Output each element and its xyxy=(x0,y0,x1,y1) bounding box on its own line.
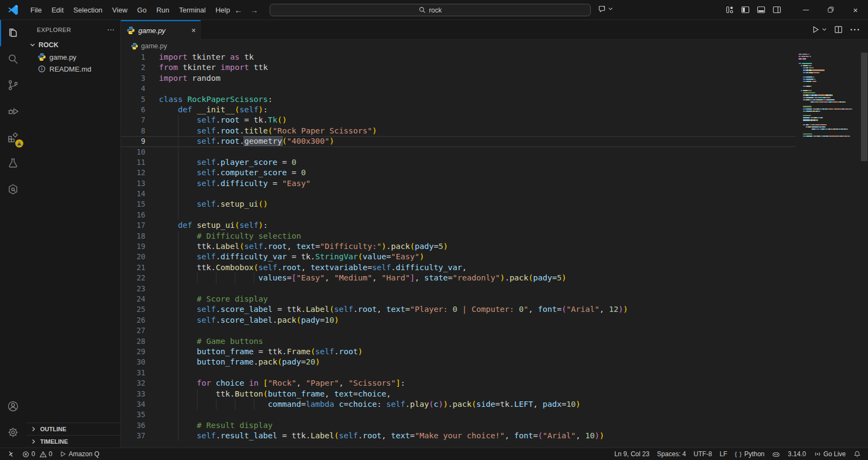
code-text: self.root = tk.Tk() xyxy=(159,115,860,125)
code-line-31[interactable]: 31 xyxy=(121,368,860,378)
source-control-icon[interactable] xyxy=(0,72,26,98)
code-line-13[interactable]: 13 self.difficulty = "Easy" xyxy=(121,178,860,189)
minimize-button[interactable] xyxy=(793,0,818,20)
encoding[interactable]: UTF-8 xyxy=(690,448,716,460)
cursor-position[interactable]: Ln 9, Col 23 xyxy=(610,448,653,460)
code-line-30[interactable]: 30 button_frame.pack(pady=20) xyxy=(121,357,860,367)
menu-run[interactable]: Run xyxy=(151,4,174,16)
code-line-19[interactable]: 19 ttk.Label(self.root, text="Difficulty… xyxy=(121,241,860,252)
problems-indicator[interactable]: 0 0 xyxy=(18,448,56,460)
code-line-26[interactable]: 26 self.score_label.pack(pady=10) xyxy=(121,315,860,325)
close-button[interactable]: × xyxy=(843,0,868,20)
code-line-8[interactable]: 8 self.root.title("Rock Paper Scissors") xyxy=(121,126,860,136)
code-line-16[interactable]: 16 xyxy=(121,210,860,220)
scrollbar-thumb[interactable] xyxy=(861,53,867,161)
menu-file[interactable]: File xyxy=(25,4,47,16)
indentation[interactable]: Spaces: 4 xyxy=(653,448,690,460)
menu-terminal[interactable]: Terminal xyxy=(174,4,210,16)
remote-indicator[interactable] xyxy=(3,448,18,460)
code-line-22[interactable]: 22 values=["Easy", "Medium", "Hard"], st… xyxy=(121,273,860,283)
file-item-README.md[interactable]: README.md xyxy=(26,63,120,75)
code-line-15[interactable]: 15 self.setup_ui() xyxy=(121,199,860,209)
menu-edit[interactable]: Edit xyxy=(47,4,68,16)
amazon-q-icon[interactable] xyxy=(0,176,26,202)
line-number: 15 xyxy=(121,199,145,209)
toggle-secondary-sidebar-icon[interactable] xyxy=(773,5,781,14)
notifications-bell[interactable] xyxy=(850,448,865,460)
extensions-icon[interactable] xyxy=(0,124,26,150)
menu-go[interactable]: Go xyxy=(132,4,151,16)
toggle-panel-icon[interactable] xyxy=(757,5,765,14)
code-line-4[interactable]: 4 xyxy=(121,84,860,94)
code-line-2[interactable]: 2from tkinter import ttk xyxy=(121,62,860,73)
tab-game-py[interactable]: game.py × xyxy=(121,20,201,40)
code-line-1[interactable]: 1import tkinter as tk xyxy=(121,52,860,62)
run-python-file-button[interactable] xyxy=(812,25,827,34)
back-arrow-icon[interactable]: ← xyxy=(234,5,242,15)
code-editor[interactable]: 1import tkinter as tk2from tkinter impor… xyxy=(121,52,868,448)
explorer-more-actions[interactable]: ··· xyxy=(107,27,115,33)
customize-layout-icon[interactable] xyxy=(725,5,734,14)
copilot-status[interactable] xyxy=(768,448,784,460)
code-line-14[interactable]: 14 xyxy=(121,189,860,199)
testing-icon[interactable] xyxy=(0,150,26,176)
editor-scrollbar[interactable] xyxy=(860,52,868,448)
go-live[interactable]: Go Live xyxy=(810,448,850,460)
code-line-17[interactable]: 17 def setup_ui(self): xyxy=(121,220,860,231)
code-line-9[interactable]: 9 self.root.geometry("400x300") xyxy=(121,136,860,146)
search-icon[interactable] xyxy=(0,46,26,72)
code-line-36[interactable]: 36 # Result display xyxy=(121,420,860,431)
code-line-6[interactable]: 6 def __init__(self): xyxy=(121,105,860,115)
menu-help[interactable]: Help xyxy=(210,4,235,16)
code-line-20[interactable]: 20 self.difficulty_var = tk.StringVar(va… xyxy=(121,252,860,262)
forward-arrow-icon[interactable]: → xyxy=(250,5,258,15)
outline-section-header[interactable]: OUTLINE xyxy=(26,423,120,435)
breadcrumb[interactable]: game.py xyxy=(121,40,868,52)
code-line-5[interactable]: 5class RockPaperScissors: xyxy=(121,94,860,105)
code-line-32[interactable]: 32 for choice in ["Rock", "Paper", "Scis… xyxy=(121,378,860,388)
code-text: self.computer_score = 0 xyxy=(159,168,860,178)
folder-header-rock[interactable]: ROCK xyxy=(26,39,120,51)
restore-button[interactable] xyxy=(818,0,843,20)
explorer-icon[interactable] xyxy=(0,20,26,46)
eol-sequence[interactable]: LF xyxy=(716,448,731,460)
timeline-section-header[interactable]: TIMELINE xyxy=(26,435,120,448)
code-line-24[interactable]: 24 # Score display xyxy=(121,294,860,304)
indent-guide xyxy=(197,273,197,283)
code-line-27[interactable]: 27 xyxy=(121,325,860,336)
split-editor-icon[interactable] xyxy=(834,25,843,34)
copilot-menu[interactable] xyxy=(598,4,613,13)
code-line-35[interactable]: 35 xyxy=(121,410,860,420)
accounts-icon[interactable] xyxy=(0,393,26,419)
code-line-18[interactable]: 18 # Difficulty selection xyxy=(121,231,860,241)
code-line-33[interactable]: 33 ttk.Button(button_frame, text=choice, xyxy=(121,389,860,399)
toggle-primary-sidebar-icon[interactable] xyxy=(741,5,750,14)
code-line-11[interactable]: 11 self.player_score = 0 xyxy=(121,157,860,168)
code-line-28[interactable]: 28 # Game buttons xyxy=(121,336,860,347)
code-line-3[interactable]: 3import random xyxy=(121,73,860,84)
indent-guide xyxy=(178,315,178,325)
code-line-34[interactable]: 34 command=lambda c=choice: self.play(c)… xyxy=(121,399,860,410)
menu-selection[interactable]: Selection xyxy=(68,4,107,16)
code-line-12[interactable]: 12 self.computer_score = 0 xyxy=(121,168,860,178)
language-mode[interactable]: { } Python xyxy=(731,448,769,460)
run-and-debug-icon[interactable] xyxy=(0,98,26,124)
code-line-10[interactable]: 10 xyxy=(121,147,860,157)
code-line-21[interactable]: 21 ttk.Combobox(self.root, textvariable=… xyxy=(121,263,860,273)
code-text: button_frame.pack(pady=20) xyxy=(159,357,860,367)
python-version[interactable]: 3.14.0 xyxy=(784,448,809,460)
code-line-23[interactable]: 23 xyxy=(121,284,860,294)
code-line-37[interactable]: 37 self.result_label = ttk.Label(self.ro… xyxy=(121,431,860,441)
amazon-q-status[interactable]: Amazon Q xyxy=(56,448,103,460)
code-line-7[interactable]: 7 self.root = tk.Tk() xyxy=(121,115,860,125)
menu-view[interactable]: View xyxy=(107,4,132,16)
more-actions-icon[interactable]: ··· xyxy=(850,25,860,35)
command-center-search[interactable]: rock xyxy=(270,4,591,16)
settings-gear-icon[interactable] xyxy=(0,419,26,445)
code-line-25[interactable]: 25 self.score_label = ttk.Label(self.roo… xyxy=(121,304,860,315)
file-item-game.py[interactable]: game.py xyxy=(26,51,120,63)
code-line-29[interactable]: 29 button_frame = ttk.Frame(self.root) xyxy=(121,347,860,357)
minimap[interactable] xyxy=(795,52,860,448)
minimap-line xyxy=(799,86,860,87)
tab-close-icon[interactable]: × xyxy=(192,27,196,34)
